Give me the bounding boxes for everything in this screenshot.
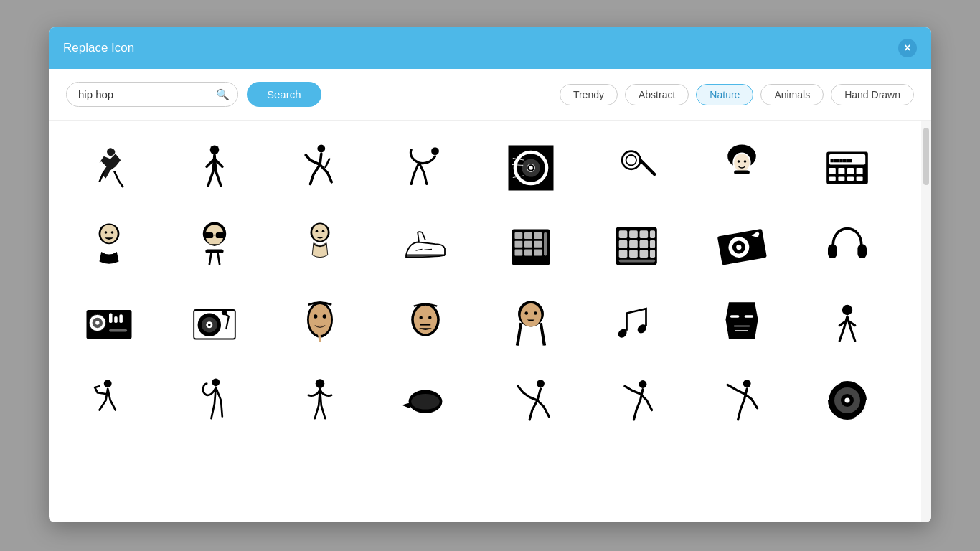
modal-title: Replace Icon (63, 41, 134, 55)
icon-vinyl-record[interactable] (488, 132, 574, 204)
svg-point-104 (534, 311, 537, 315)
icon-rapper-face-2[interactable] (382, 287, 468, 359)
svg-point-107 (842, 305, 852, 315)
svg-point-8 (529, 166, 532, 169)
icon-dj-controller[interactable] (66, 287, 152, 359)
svg-point-109 (212, 378, 220, 386)
icon-dancer-row4-1[interactable] (66, 364, 152, 436)
svg-rect-68 (619, 250, 628, 258)
icon-cap-sideways[interactable] (382, 364, 468, 436)
filter-abstract[interactable]: Abstract (625, 84, 689, 105)
svg-rect-27 (829, 177, 836, 181)
svg-rect-105 (730, 315, 740, 318)
icon-placeholder-row3[interactable] (804, 287, 890, 359)
svg-point-110 (316, 379, 325, 388)
svg-point-91 (208, 324, 211, 326)
svg-rect-24 (838, 168, 844, 174)
close-button[interactable]: × (898, 39, 917, 57)
icon-drum-pad[interactable] (593, 209, 679, 281)
svg-rect-86 (109, 329, 127, 332)
icon-dab-pose-2[interactable] (593, 364, 679, 436)
svg-point-100 (428, 316, 432, 320)
svg-point-103 (524, 311, 528, 315)
icons-area[interactable]: ■■■■■■■ (49, 121, 921, 522)
icon-rapper-face-1[interactable] (277, 287, 363, 359)
scrollbar-track[interactable] (921, 121, 931, 522)
icon-dab-pose-3[interactable] (699, 364, 785, 436)
svg-rect-55 (515, 249, 523, 255)
svg-rect-60 (619, 230, 628, 238)
svg-rect-49 (515, 232, 523, 239)
scrollbar-thumb[interactable] (923, 128, 929, 185)
svg-point-99 (419, 316, 423, 320)
icon-vinyl-spin[interactable] (804, 364, 890, 436)
svg-point-92 (222, 310, 227, 315)
svg-point-119 (844, 397, 849, 402)
icon-rapper-beard-necklace[interactable] (66, 209, 152, 281)
svg-rect-17 (734, 171, 750, 174)
filter-nature[interactable]: Nature (696, 84, 753, 105)
svg-rect-54 (534, 241, 542, 248)
icon-drum-machine[interactable]: ■■■■■■■ (804, 132, 890, 204)
svg-rect-43 (205, 249, 223, 253)
icon-dancer-row4-3[interactable] (277, 364, 363, 436)
filter-animals[interactable]: Animals (760, 84, 824, 105)
search-bar: 🔍 Search Trendy Abstract Nature Animals … (49, 69, 931, 121)
svg-rect-52 (515, 241, 523, 248)
svg-rect-66 (640, 240, 649, 248)
svg-rect-57 (534, 249, 542, 255)
icon-rapper-afro[interactable] (699, 132, 785, 204)
svg-rect-51 (534, 232, 542, 239)
svg-point-33 (105, 231, 108, 234)
svg-rect-50 (524, 232, 532, 239)
filter-hand-drawn[interactable]: Hand Drawn (831, 84, 914, 105)
search-icon: 🔍 (216, 88, 230, 101)
icon-record-player[interactable] (171, 287, 258, 359)
svg-point-94 (309, 304, 331, 335)
svg-text:■■■■■■■: ■■■■■■■ (831, 157, 853, 164)
svg-point-108 (104, 380, 112, 387)
icon-music-notes[interactable] (593, 287, 679, 359)
svg-rect-64 (619, 240, 628, 248)
svg-point-18 (738, 160, 740, 163)
icons-grid: ■■■■■■■ (66, 132, 904, 436)
svg-rect-70 (640, 250, 649, 258)
icon-masked-rapper[interactable] (699, 287, 785, 359)
icon-midi-pad[interactable] (488, 209, 574, 281)
svg-rect-58 (544, 232, 547, 255)
svg-rect-26 (857, 168, 863, 174)
icon-rapper-sunglasses[interactable] (171, 209, 258, 281)
icon-acrobat[interactable] (382, 132, 468, 204)
svg-rect-83 (109, 314, 113, 324)
icon-breakdancer-1[interactable] (66, 132, 152, 204)
icon-microphone[interactable] (593, 132, 679, 204)
svg-point-46 (316, 230, 319, 232)
icon-rapper-braids[interactable] (488, 287, 574, 359)
svg-point-95 (314, 314, 317, 318)
svg-point-115 (743, 380, 751, 387)
icon-sneaker[interactable] (382, 209, 468, 281)
search-input[interactable] (66, 82, 238, 107)
svg-rect-56 (524, 249, 532, 255)
icon-dab-pose-1[interactable] (488, 364, 574, 436)
svg-rect-28 (838, 177, 844, 181)
modal-header: Replace Icon × (49, 27, 931, 69)
icon-headphones[interactable] (804, 209, 890, 281)
svg-point-2 (431, 147, 439, 155)
icon-dancer-standing[interactable] (171, 132, 258, 204)
svg-point-19 (744, 160, 747, 163)
replace-icon-modal: Replace Icon × 🔍 Search Trendy Abstract … (49, 27, 931, 522)
icon-turntable-angled[interactable] (699, 209, 785, 281)
svg-rect-30 (857, 177, 863, 181)
icon-breakdancer-2[interactable] (277, 132, 363, 204)
svg-rect-77 (828, 244, 837, 258)
icon-rapper-chain[interactable] (277, 209, 363, 281)
svg-point-12 (622, 151, 640, 169)
search-button[interactable]: Search (247, 82, 321, 107)
filter-tags: Trendy Abstract Nature Animals Hand Draw… (560, 84, 914, 105)
filter-trendy[interactable]: Trendy (560, 84, 618, 105)
svg-rect-41 (216, 232, 225, 238)
icon-dancer-row4-2[interactable] (171, 364, 258, 436)
svg-point-1 (317, 145, 325, 153)
svg-rect-71 (650, 250, 655, 258)
